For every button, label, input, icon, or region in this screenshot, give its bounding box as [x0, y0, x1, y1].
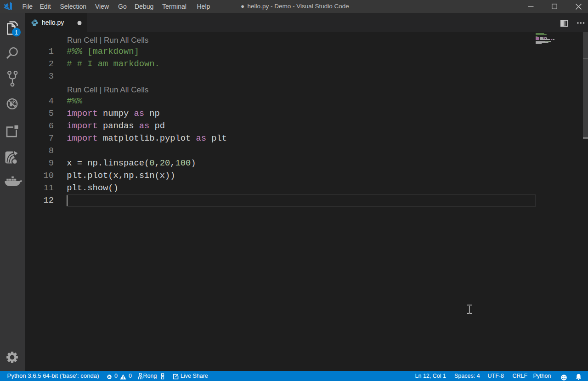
svg-text:1: 1 — [15, 29, 18, 36]
